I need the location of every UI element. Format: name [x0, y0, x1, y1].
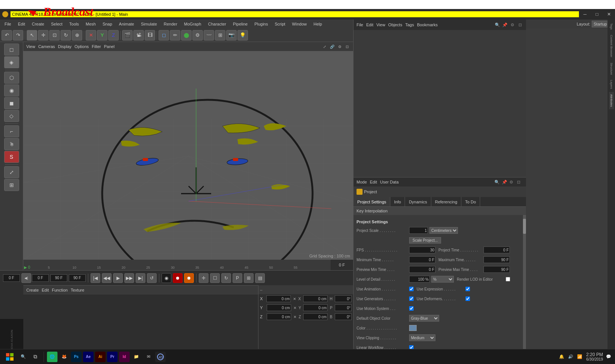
om-expand-icon[interactable]: ⊡ — [517, 22, 523, 28]
menu-select[interactable]: Select — [48, 21, 66, 27]
tb-gear[interactable]: ⚙ — [192, 30, 203, 41]
menu-file[interactable]: File — [2, 21, 14, 27]
loop-btn[interactable]: ↺ — [147, 273, 157, 283]
use-deformers-checkbox[interactable] — [465, 296, 470, 301]
goto-start-btn[interactable]: |◀ — [91, 273, 100, 283]
ls-null[interactable]: ◉ — [4, 84, 19, 96]
dope-btn[interactable]: ▤ — [255, 273, 265, 283]
coord-y-size[interactable] — [303, 304, 328, 311]
render-lod-checkbox[interactable] — [506, 277, 510, 281]
minimize-button[interactable]: ─ — [579, 9, 591, 20]
ls-edge[interactable]: ◇ — [4, 110, 19, 122]
max-time-input[interactable] — [484, 256, 510, 263]
coord-b[interactable] — [335, 313, 352, 320]
vp-link[interactable]: 🔗 — [329, 44, 335, 50]
start-button[interactable] — [3, 351, 17, 363]
menu-character[interactable]: Character — [205, 21, 229, 27]
network-icon[interactable]: 📶 — [577, 354, 583, 359]
attr-tab-project-settings[interactable]: Project Settings — [354, 197, 390, 206]
goto-end-btn[interactable]: ▶| — [136, 273, 145, 283]
attr-tab-info[interactable]: Info — [390, 197, 405, 206]
vp-cameras[interactable]: Cameras — [38, 44, 55, 49]
project-time-input[interactable] — [484, 247, 510, 253]
tab-structure[interactable]: Structure — [609, 60, 614, 77]
color-swatch[interactable] — [409, 325, 417, 331]
tb-light[interactable]: 💡 — [237, 30, 248, 41]
tb-grid[interactable]: ⊞ — [215, 30, 225, 41]
use-expression-checkbox[interactable] — [465, 287, 470, 291]
notifications-btn[interactable]: 💬 — [606, 354, 612, 359]
attr-expand-icon[interactable]: ⊡ — [517, 180, 523, 185]
c4d-icon[interactable]: 4D — [155, 352, 166, 362]
fps-field[interactable] — [69, 274, 86, 282]
start-frame-field[interactable] — [3, 274, 20, 282]
current-frame-field[interactable] — [32, 274, 49, 282]
coord-x-pos[interactable] — [266, 295, 291, 302]
coord-p[interactable] — [335, 304, 352, 311]
tb-y[interactable]: Y — [97, 30, 107, 41]
default-color-select[interactable]: Gray-Blue — [409, 315, 439, 322]
use-animation-checkbox[interactable] — [409, 287, 414, 291]
vp-fullscreen[interactable]: ⊡ — [344, 44, 350, 50]
close-button[interactable]: ✕ — [603, 9, 615, 20]
lod-select[interactable]: % — [431, 276, 454, 283]
use-generators-checkbox[interactable] — [409, 296, 414, 301]
tb-select[interactable]: ↖ — [27, 30, 37, 41]
ls-object[interactable]: ⬡ — [4, 72, 19, 84]
del-key-btn[interactable]: ☐ — [210, 273, 220, 283]
coord-x-size[interactable] — [303, 295, 328, 302]
autokey-btn[interactable]: ⏺ — [184, 273, 194, 283]
ls-texture[interactable]: ◈ — [4, 56, 19, 68]
om-tags[interactable]: Tags — [405, 23, 414, 27]
ls-perspective[interactable]: ◻ — [4, 44, 19, 56]
ls-tool3[interactable]: S — [4, 151, 19, 163]
coord-h[interactable] — [335, 295, 352, 302]
firefox-icon[interactable]: 🦊 — [59, 352, 70, 362]
attr-edit-item[interactable]: Edit — [370, 180, 377, 184]
tb-scale[interactable]: ⊡ — [49, 30, 60, 41]
project-scale-input[interactable] — [409, 227, 428, 234]
add-key-btn[interactable]: ✛ — [199, 273, 209, 283]
vp-panel[interactable]: Panel — [104, 44, 115, 49]
tb-film1[interactable]: 🎬 — [122, 30, 133, 41]
menu-simulate[interactable]: Simulate — [138, 21, 160, 27]
menu-animate[interactable]: Animate — [116, 21, 137, 27]
attr-mode-item[interactable]: Mode — [357, 180, 367, 184]
menu-mesh[interactable]: Mesh — [83, 21, 99, 27]
om-edit[interactable]: Edit — [366, 23, 373, 27]
coord-z-pos[interactable] — [267, 313, 291, 320]
tab-content-browser[interactable]: Content Browser — [609, 33, 614, 60]
tb-paint[interactable]: ✏ — [170, 30, 180, 41]
photoshop-icon[interactable]: Ps — [71, 352, 82, 362]
attr-sub-tab[interactable]: Key Interpolation — [354, 207, 526, 215]
tb-move[interactable]: ✛ — [38, 30, 48, 41]
attr-gear-icon[interactable]: ⚙ — [509, 180, 515, 185]
tb-wave[interactable]: 〰 — [204, 30, 214, 41]
om-pin-icon[interactable]: 📌 — [502, 22, 508, 28]
tab-attributes[interactable]: Attributes — [609, 92, 614, 109]
notification-icon[interactable]: 🔔 — [559, 354, 565, 359]
next-key-btn[interactable]: ▶▶ — [124, 273, 134, 283]
scale-project-button[interactable]: Scale Project... — [409, 237, 441, 244]
tab-edit[interactable]: Edit — [42, 288, 49, 292]
menu-tools[interactable]: Tools — [66, 21, 82, 27]
attr-pin-icon[interactable]: 📌 — [502, 180, 508, 185]
ls-tool1[interactable]: ⌐ — [4, 125, 19, 137]
menu-window[interactable]: Window — [289, 21, 310, 27]
menu-plugins[interactable]: Plugins — [251, 21, 271, 27]
menu-help[interactable]: Help — [310, 21, 325, 27]
menu-render[interactable]: Render — [161, 21, 180, 27]
end-frame-field[interactable] — [50, 274, 67, 282]
preview-max-input[interactable] — [484, 266, 510, 273]
min-time-input[interactable] — [409, 256, 435, 263]
om-search-icon[interactable]: 🔍 — [494, 22, 500, 28]
prev-key-btn[interactable]: ◀◀ — [102, 273, 112, 283]
tab-function[interactable]: Function — [52, 288, 68, 292]
motion-clip-btn[interactable]: P — [233, 273, 242, 283]
tab-layers[interactable]: Layers — [609, 78, 614, 91]
keyframe-btn[interactable]: ⊞ — [244, 273, 254, 283]
preview-min-input[interactable] — [409, 266, 435, 273]
menu-pipeline[interactable]: Pipeline — [230, 21, 251, 27]
ls-tool2[interactable]: 🖱 — [4, 138, 19, 150]
om-settings-icon[interactable]: ⚙ — [509, 22, 515, 28]
